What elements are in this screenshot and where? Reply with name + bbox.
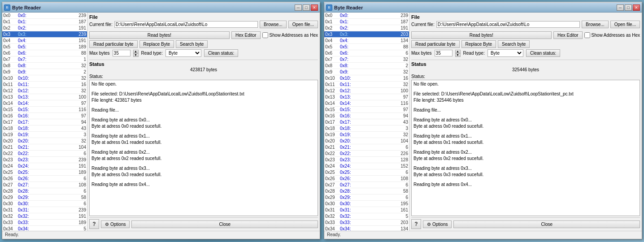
- byte-row[interactable]: 0x90x9:32: [324, 69, 409, 75]
- open-file-button-1[interactable]: Open file...: [288, 21, 318, 28]
- byte-row[interactable]: 0x180x18:43: [2, 125, 87, 132]
- close-button-2[interactable]: Close: [453, 220, 640, 228]
- byte-row[interactable]: 0x170x17:94: [2, 119, 87, 125]
- replace-byte-button-1[interactable]: Replace Byte: [139, 40, 174, 48]
- byte-row[interactable]: 0x240x24:191: [2, 163, 87, 169]
- show-addresses-checkbox-2[interactable]: Show Addresses as Hex: [584, 31, 640, 39]
- maximize-button-1[interactable]: □: [303, 4, 310, 11]
- byte-row[interactable]: 0x90x9:2: [2, 69, 87, 75]
- minimize-button-2[interactable]: ─: [617, 4, 624, 11]
- byte-row[interactable]: 0x80x8:2: [324, 63, 409, 69]
- byte-row[interactable]: 0x250x25:189: [2, 169, 87, 176]
- read-particular-button-1[interactable]: Read particular byte: [89, 40, 138, 48]
- byte-row[interactable]: 0x20x2:191: [324, 25, 409, 31]
- byte-row[interactable]: 0x290x29:58: [2, 194, 87, 201]
- byte-row[interactable]: 0x60x6:6: [324, 50, 409, 56]
- read-bytes-button-1[interactable]: Read bytes!: [89, 31, 230, 39]
- read-bytes-button-2[interactable]: Read bytes!: [411, 31, 552, 39]
- byte-row[interactable]: 0x330x33:203: [324, 220, 409, 226]
- byte-row[interactable]: 0x110x11:32: [324, 82, 409, 88]
- options-button-1[interactable]: ⚙ Options: [101, 220, 130, 228]
- byte-row[interactable]: 0x130x13:97: [324, 94, 409, 100]
- byte-row[interactable]: 0x30x3:239: [2, 31, 87, 38]
- byte-list-2[interactable]: 0x00x0:2390x10x1:1870x20x2:1910x30x3:203…: [324, 13, 409, 231]
- maximize-button-2[interactable]: □: [625, 4, 632, 11]
- spin-up-2[interactable]: ▲: [455, 50, 461, 53]
- byte-row[interactable]: 0x220x22:6: [2, 151, 87, 157]
- byte-row[interactable]: 0x100x10:16: [324, 75, 409, 82]
- hex-editor-button-1[interactable]: Hex Editor: [231, 31, 261, 39]
- byte-row[interactable]: 0x240x24:152: [324, 163, 409, 169]
- byte-row[interactable]: 0x260x26:108: [324, 176, 409, 182]
- minimize-button-1[interactable]: ─: [295, 4, 302, 11]
- search-byte-button-1[interactable]: Search byte: [176, 40, 208, 48]
- max-bytes-input-1[interactable]: [113, 50, 131, 56]
- byte-row[interactable]: 0x10x1:187: [2, 19, 87, 25]
- byte-row[interactable]: 0x140x14:97: [2, 100, 87, 107]
- byte-row[interactable]: 0x200x20:104: [324, 138, 409, 144]
- close-window-button-1[interactable]: ✕: [311, 4, 318, 11]
- byte-row[interactable]: 0x60x6:88: [2, 50, 87, 56]
- byte-row[interactable]: 0x130x13:100: [2, 94, 87, 100]
- byte-row[interactable]: 0x180x18:3: [324, 125, 409, 132]
- byte-row[interactable]: 0x280x28:58: [324, 188, 409, 194]
- byte-row[interactable]: 0x110x11:16: [2, 82, 87, 88]
- browse-button-2[interactable]: Browse...: [582, 21, 609, 28]
- byte-row[interactable]: 0x00x0:239: [2, 13, 87, 19]
- byte-row[interactable]: 0x270x27:6: [324, 182, 409, 188]
- byte-row[interactable]: 0x280x28:6: [2, 188, 87, 194]
- help-button-1[interactable]: ?: [89, 219, 99, 229]
- byte-row[interactable]: 0x30x3:203: [324, 31, 409, 38]
- byte-row[interactable]: 0x50x5:88: [324, 44, 409, 50]
- spin-down-2[interactable]: ▼: [455, 53, 461, 57]
- byte-row[interactable]: 0x250x25:6: [324, 169, 409, 176]
- byte-row[interactable]: 0x100x10:32: [2, 75, 87, 82]
- spin-up-1[interactable]: ▲: [133, 50, 139, 53]
- clean-status-button-2[interactable]: Clean status:: [526, 49, 560, 57]
- byte-row[interactable]: 0x190x19:32: [324, 132, 409, 138]
- byte-row[interactable]: 0x210x21:6: [324, 144, 409, 151]
- byte-row[interactable]: 0x40x4:134: [324, 38, 409, 44]
- byte-row[interactable]: 0x230x23:239: [2, 157, 87, 163]
- clean-status-button-1[interactable]: Clean status:: [204, 49, 238, 57]
- byte-row[interactable]: 0x290x29:6: [324, 194, 409, 201]
- byte-list-1[interactable]: 0x00x0:2390x10x1:1870x20x2:1910x30x3:239…: [2, 13, 87, 231]
- byte-row[interactable]: 0x320x32:5: [324, 213, 409, 220]
- byte-row[interactable]: 0x20x2:191: [2, 25, 87, 31]
- byte-row[interactable]: 0x230x23:128: [324, 157, 409, 163]
- close-window-button-2[interactable]: ✕: [633, 4, 640, 11]
- read-type-select-1[interactable]: Byte: [165, 49, 201, 57]
- byte-row[interactable]: 0x00x0:239: [324, 13, 409, 19]
- byte-row[interactable]: 0x340x34:5: [2, 226, 87, 231]
- hex-editor-button-2[interactable]: Hex Editor: [553, 31, 583, 39]
- read-particular-button-2[interactable]: Read particular byte: [411, 40, 460, 48]
- spin-down-1[interactable]: ▼: [133, 53, 139, 57]
- byte-row[interactable]: 0x210x21:104: [2, 144, 87, 151]
- byte-row[interactable]: 0x300x30:195: [324, 201, 409, 207]
- byte-row[interactable]: 0x200x20:32: [2, 138, 87, 144]
- log-area-1[interactable]: No file open.File selected: D:\Users\Ren…: [89, 80, 318, 216]
- byte-row[interactable]: 0x330x33:189: [2, 220, 87, 226]
- byte-row[interactable]: 0x260x26:6: [2, 176, 87, 182]
- max-bytes-input-2[interactable]: [435, 50, 453, 56]
- byte-row[interactable]: 0x120x12:32: [2, 88, 87, 94]
- byte-row[interactable]: 0x170x17:43: [324, 119, 409, 125]
- close-button-1[interactable]: Close: [131, 220, 318, 228]
- byte-row[interactable]: 0x310x31:161: [324, 207, 409, 213]
- byte-row[interactable]: 0x120x12:100: [324, 88, 409, 94]
- show-addresses-checkbox-1[interactable]: Show Addresses as Hex: [262, 31, 318, 39]
- byte-row[interactable]: 0x70x7:1: [2, 56, 87, 63]
- options-button-2[interactable]: ⚙ Options: [423, 220, 452, 228]
- byte-row[interactable]: 0x300x30:6: [2, 201, 87, 207]
- byte-row[interactable]: 0x40x4:191: [2, 38, 87, 44]
- byte-row[interactable]: 0x320x32:191: [2, 213, 87, 220]
- byte-row[interactable]: 0x310x31:239: [2, 207, 87, 213]
- byte-row[interactable]: 0x50x5:189: [2, 44, 87, 50]
- byte-row[interactable]: 0x10x1:187: [324, 19, 409, 25]
- byte-row[interactable]: 0x150x15:97: [324, 107, 409, 113]
- browse-button-1[interactable]: Browse...: [260, 21, 287, 28]
- open-file-button-2[interactable]: Open file...: [610, 21, 640, 28]
- help-button-2[interactable]: ?: [411, 219, 421, 229]
- replace-byte-button-2[interactable]: Replace Byte: [461, 40, 496, 48]
- read-type-select-2[interactable]: Byte: [487, 49, 523, 57]
